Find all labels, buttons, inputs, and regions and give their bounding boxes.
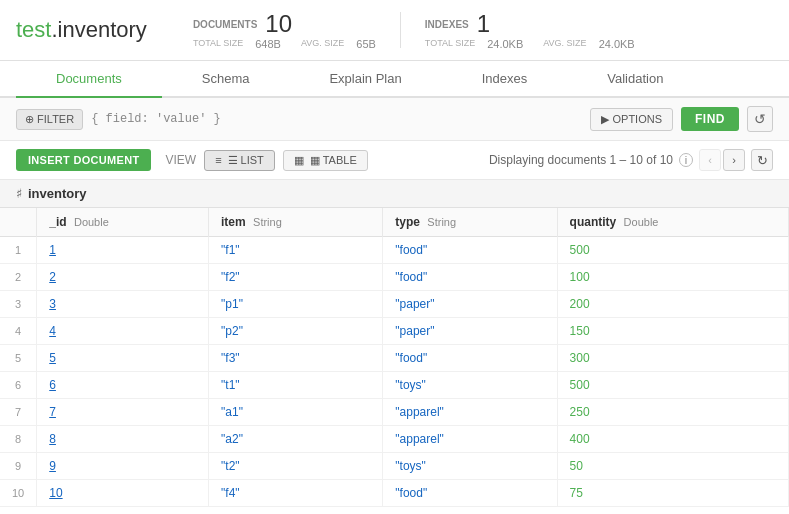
cell-type: "paper" — [383, 291, 557, 318]
row-number: 7 — [0, 399, 37, 426]
quantity-value: 75 — [570, 486, 583, 500]
find-button[interactable]: FIND — [681, 107, 739, 131]
item-value: "a2" — [221, 432, 243, 446]
cell-item: "t1" — [209, 372, 383, 399]
total-size-label: TOTAL SIZE — [193, 38, 243, 50]
cell-type: "apparel" — [383, 399, 557, 426]
cell-quantity: 100 — [557, 264, 788, 291]
history-icon: ↺ — [754, 111, 766, 127]
type-value: "food" — [395, 351, 427, 365]
cell-id: 1 — [37, 237, 209, 264]
quantity-value: 400 — [570, 432, 590, 446]
db-name: test — [16, 17, 51, 42]
quantity-value: 500 — [570, 243, 590, 257]
item-value: "t2" — [221, 459, 240, 473]
view-label: VIEW — [165, 153, 196, 167]
cell-id: 10 — [37, 480, 209, 507]
item-col-name: item — [221, 215, 246, 229]
type-value: "apparel" — [395, 405, 444, 419]
item-value: "p1" — [221, 297, 243, 311]
insert-document-button[interactable]: INSERT DOCUMENT — [16, 149, 151, 171]
cell-id: 3 — [37, 291, 209, 318]
table-row: 5 5 "f3" "food" 300 — [0, 345, 789, 372]
cell-quantity: 200 — [557, 291, 788, 318]
list-view-button[interactable]: ≡ ☰ LIST — [204, 150, 275, 171]
row-number: 4 — [0, 318, 37, 345]
stats-row: DOCUMENTS 10 TOTAL SIZE 648B AVG. SIZE 6… — [177, 10, 651, 50]
refresh-button[interactable]: ↻ — [751, 149, 773, 171]
tab-documents[interactable]: Documents — [16, 61, 162, 98]
tab-explain-plan[interactable]: Explain Plan — [289, 61, 441, 98]
history-button[interactable]: ↺ — [747, 106, 773, 132]
header: test.inventory DOCUMENTS 10 TOTAL SIZE 6… — [0, 0, 789, 61]
id-link[interactable]: 2 — [49, 270, 56, 284]
tab-indexes[interactable]: Indexes — [442, 61, 568, 98]
cell-id: 6 — [37, 372, 209, 399]
item-value: "t1" — [221, 378, 240, 392]
refresh-icon: ↻ — [757, 153, 768, 168]
cell-quantity: 50 — [557, 453, 788, 480]
row-number: 2 — [0, 264, 37, 291]
cell-item: "f2" — [209, 264, 383, 291]
table-view-button[interactable]: ▦ ▦ TABLE — [283, 150, 368, 171]
cell-id: 9 — [37, 453, 209, 480]
item-value: "f3" — [221, 351, 240, 365]
tab-schema[interactable]: Schema — [162, 61, 290, 98]
total-size-val: 648B — [255, 38, 281, 50]
indexes-avg-size-label: AVG. SIZE — [543, 38, 586, 50]
id-link[interactable]: 8 — [49, 432, 56, 446]
type-value: "apparel" — [395, 432, 444, 446]
id-link[interactable]: 4 — [49, 324, 56, 338]
item-value: "f2" — [221, 270, 240, 284]
cell-quantity: 400 — [557, 426, 788, 453]
next-page-button[interactable]: › — [723, 149, 745, 171]
item-value: "a1" — [221, 405, 243, 419]
id-link[interactable]: 9 — [49, 459, 56, 473]
tabs: Documents Schema Explain Plan Indexes Va… — [0, 61, 789, 98]
row-number: 8 — [0, 426, 37, 453]
documents-count: 10 — [265, 10, 292, 38]
collection-name-title: inventory — [58, 17, 147, 42]
documents-label: DOCUMENTS — [193, 19, 257, 30]
id-link[interactable]: 6 — [49, 378, 56, 392]
type-column-header: type String — [383, 208, 557, 237]
prev-page-button[interactable]: ‹ — [699, 149, 721, 171]
item-value: "f1" — [221, 243, 240, 257]
id-link[interactable]: 7 — [49, 405, 56, 419]
cell-item: "f1" — [209, 237, 383, 264]
quantity-value: 300 — [570, 351, 590, 365]
cell-id: 5 — [37, 345, 209, 372]
row-number: 6 — [0, 372, 37, 399]
cell-quantity: 500 — [557, 372, 788, 399]
row-num-header — [0, 208, 37, 237]
options-button[interactable]: ▶ OPTIONS — [590, 108, 673, 131]
data-table: _id Double item String type String quant… — [0, 208, 789, 507]
collection-label: inventory — [28, 186, 87, 201]
cell-type: "food" — [383, 480, 557, 507]
row-number: 9 — [0, 453, 37, 480]
id-link[interactable]: 10 — [49, 486, 62, 500]
table-row: 6 6 "t1" "toys" 500 — [0, 372, 789, 399]
tab-validation[interactable]: Validation — [567, 61, 703, 98]
table-row: 1 1 "f1" "food" 500 — [0, 237, 789, 264]
data-table-container: _id Double item String type String quant… — [0, 208, 789, 507]
indexes-avg-size-val: 24.0KB — [599, 38, 635, 50]
cell-type: "toys" — [383, 372, 557, 399]
id-link[interactable]: 5 — [49, 351, 56, 365]
id-link[interactable]: 3 — [49, 297, 56, 311]
filter-button[interactable]: ⊕ FILTER — [16, 109, 83, 130]
cell-type: "apparel" — [383, 426, 557, 453]
table-body: 1 1 "f1" "food" 500 2 2 "f2" "food" 100 … — [0, 237, 789, 507]
pagination-info: Displaying documents 1 – 10 of 10 i ‹ › … — [489, 149, 773, 171]
indexes-total-size-label: TOTAL SIZE — [425, 38, 475, 50]
table-icon: ▦ — [294, 154, 304, 167]
id-link[interactable]: 1 — [49, 243, 56, 257]
cell-quantity: 150 — [557, 318, 788, 345]
table-row: 9 9 "t2" "toys" 50 — [0, 453, 789, 480]
cell-quantity: 300 — [557, 345, 788, 372]
cell-item: "p2" — [209, 318, 383, 345]
pagination-text: Displaying documents 1 – 10 of 10 — [489, 153, 673, 167]
filter-input[interactable] — [91, 112, 582, 126]
type-value: "food" — [395, 486, 427, 500]
page-navigation: ‹ › — [699, 149, 745, 171]
